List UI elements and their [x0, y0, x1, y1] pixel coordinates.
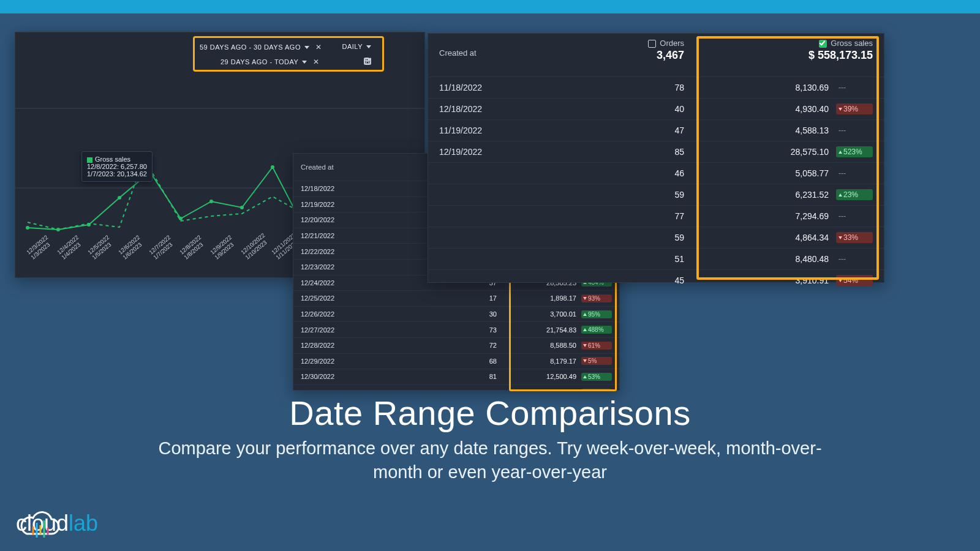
svg-point-13	[240, 206, 244, 209]
cell-date: 12/20/2022	[301, 216, 399, 223]
cell-gross: 28,575.10	[777, 147, 829, 157]
checkbox-checked-icon[interactable]	[819, 40, 827, 48]
cell-date: 12/25/2022	[301, 294, 399, 302]
table-row[interactable]: 11/18/2022 78 8,130.69---	[428, 77, 884, 98]
tooltip-line-1: 12/8/2022: 6,257.80	[87, 163, 147, 170]
delta-down: 5%	[581, 357, 612, 365]
cloud-icon	[16, 511, 60, 540]
cell-date: 12/19/2022	[439, 147, 586, 157]
delta-down: 61%	[581, 342, 612, 350]
col-gross-sales[interactable]: Gross sales $ 558,173.15	[684, 39, 873, 62]
cell-orders: 30	[399, 310, 497, 318]
delta-down: 33%	[836, 232, 873, 243]
svg-point-12	[209, 200, 213, 203]
delta-up: 53%	[581, 373, 612, 381]
page-title: Date Range Comparisons	[0, 393, 980, 433]
cell-date: 12/18/2022	[301, 185, 399, 192]
caret-down-icon	[304, 46, 309, 49]
cell-gross: 3,700.01	[538, 310, 576, 318]
table-row[interactable]: 12/18/2022 40 4,930.4039%	[428, 98, 884, 119]
cell-orders: 77	[586, 211, 684, 221]
svg-point-6	[26, 226, 29, 230]
chart-tooltip: Gross sales 12/8/2022: 6,257.80 1/7/2023…	[81, 151, 153, 182]
cell-gross: 5,058.77	[777, 168, 829, 178]
table-row[interactable]: 12/31/2022 41 28,645.80129%	[293, 384, 619, 390]
caret-down-icon	[366, 45, 371, 48]
close-icon[interactable]: ✕	[315, 43, 322, 51]
delta-up: 23%	[836, 189, 873, 200]
cell-gross: 8,480.48	[777, 254, 829, 264]
cell-date: 12/27/2022	[301, 326, 399, 334]
cell-gross: 1,898.17	[538, 294, 576, 302]
hero-section: Date Range Comparisons Compare your perf…	[0, 393, 980, 484]
cell-date: 12/31/2022	[301, 389, 399, 390]
table-row[interactable]: 12/25/2022 17 1,898.1793%	[293, 290, 619, 306]
cell-orders: 41	[399, 389, 497, 390]
table-row[interactable]: 59 4,864.3433%	[428, 227, 884, 248]
cell-orders: 68	[399, 358, 497, 365]
delta-up: 488%	[581, 326, 612, 334]
cell-date: 11/18/2022	[439, 83, 586, 92]
more-icon[interactable]	[411, 57, 421, 67]
cell-date: 12/23/2022	[301, 263, 399, 271]
cell-gross: 8,130.69	[777, 83, 829, 92]
orders-total: 3,467	[586, 49, 684, 62]
delta-down: 54%	[836, 275, 873, 286]
table-icon[interactable]	[379, 57, 389, 67]
cell-gross: 6,231.52	[777, 190, 829, 200]
svg-point-8	[87, 223, 91, 227]
date-range-a[interactable]: 59 DAYS AGO - 30 DAYS AGO	[200, 43, 309, 51]
cell-date: 12/22/2022	[301, 248, 399, 255]
date-range-a-label: 59 DAYS AGO - 30 DAYS AGO	[200, 43, 301, 51]
cell-orders: 17	[399, 294, 497, 302]
table-row[interactable]: 12/27/2022 73 21,754.83488%	[293, 321, 619, 337]
delta-up: 95%	[581, 310, 612, 318]
tooltip-line-2: 1/7/2023: 20,134.62	[87, 170, 147, 178]
col-orders[interactable]: Orders 3,467	[586, 39, 684, 62]
svg-point-7	[56, 228, 60, 231]
cell-orders: 73	[399, 326, 497, 334]
table-row[interactable]: 45 3,910.9154%	[428, 269, 884, 291]
cell-date: 12/19/2022	[301, 201, 399, 208]
delta-down: 93%	[581, 294, 612, 302]
cell-orders: 51	[586, 254, 684, 264]
cell-gross: 8,179.17	[538, 358, 576, 365]
cell-date: 12/26/2022	[301, 310, 399, 318]
page-subtitle: Compare your performance over any date r…	[135, 437, 845, 484]
svg-point-11	[179, 217, 183, 220]
top-accent-bar	[0, 0, 980, 13]
table-row[interactable]: 12/29/2022 68 8,179.175%	[293, 353, 619, 369]
delta-up: 129%	[581, 389, 612, 390]
checkbox-icon[interactable]	[648, 40, 656, 48]
delta-none: ---	[836, 253, 873, 264]
table-row[interactable]: 12/28/2022 72 8,588.5061%	[293, 337, 619, 353]
delta-none: ---	[836, 125, 873, 136]
table-row[interactable]: 51 8,480.48---	[428, 248, 884, 269]
table-row[interactable]: 12/30/2022 81 12,500.4953%	[293, 369, 619, 384]
granularity-label: DAILY	[342, 43, 363, 50]
cell-orders: 47	[586, 126, 684, 135]
cell-orders: 59	[586, 190, 684, 200]
export-icon[interactable]	[395, 57, 405, 67]
cell-date: 11/19/2022	[439, 126, 586, 135]
cell-date: 12/29/2022	[301, 358, 399, 365]
table-row[interactable]: 11/19/2022 47 4,588.13---	[428, 119, 884, 141]
date-range-b[interactable]: 29 DAYS AGO - TODAY	[221, 58, 307, 66]
table-row[interactable]: 46 5,058.77---	[428, 162, 884, 184]
col-created-at[interactable]: Created at	[439, 39, 586, 67]
svg-point-1	[367, 58, 368, 59]
close-icon[interactable]: ✕	[313, 58, 319, 66]
table-row[interactable]: 77 7,294.69---	[428, 205, 884, 227]
cell-gross: 12,500.49	[538, 373, 576, 380]
cell-date: 12/18/2022	[439, 104, 586, 114]
cell-orders: 45	[586, 276, 684, 285]
delta-none: ---	[836, 168, 873, 179]
gross-total: $ 558,173.15	[684, 49, 873, 62]
cell-gross: 4,930.40	[777, 104, 829, 114]
col-created-at[interactable]: Created at	[301, 163, 399, 171]
granularity-select[interactable]: DAILY	[342, 43, 371, 50]
table-row[interactable]: 59 6,231.5223%	[428, 184, 884, 205]
brand-logo: cloudlab	[16, 511, 98, 536]
table-row[interactable]: 12/26/2022 30 3,700.0195%	[293, 306, 619, 322]
table-row[interactable]: 12/19/2022 85 28,575.10523%	[428, 141, 884, 162]
